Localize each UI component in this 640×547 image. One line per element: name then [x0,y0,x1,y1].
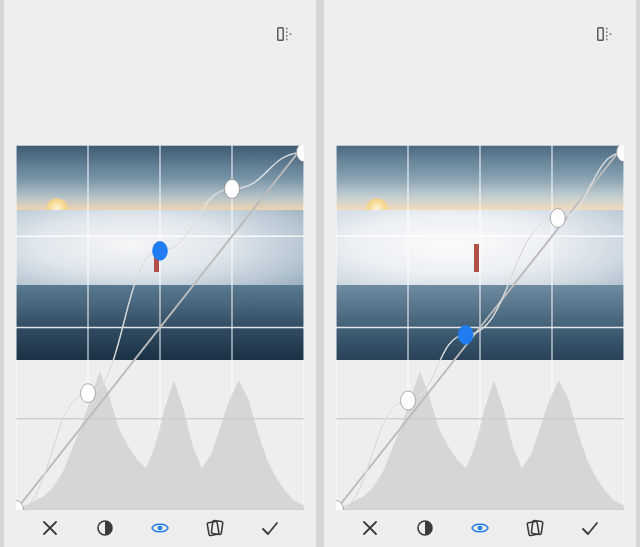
styles-button[interactable] [524,517,546,539]
compare-button[interactable] [596,25,614,43]
check-icon [580,518,600,538]
eye-icon [150,518,170,538]
curve-point-1[interactable] [81,384,96,403]
mirror-icon [276,25,294,43]
close-button[interactable] [359,517,381,539]
styles-icon [525,518,545,538]
editor-toolbar [324,510,636,545]
curve-point-4[interactable] [297,145,304,162]
mirror-icon [596,25,614,43]
comparison-page [0,0,640,547]
panel-topbar [324,0,636,60]
spacer [324,60,636,145]
contrast-icon [95,518,115,538]
compare-button[interactable] [276,25,294,43]
channel-button[interactable] [469,517,491,539]
styles-button[interactable] [204,517,226,539]
curve-point-3[interactable] [225,179,240,198]
panel-topbar [4,0,316,60]
curve-point-3[interactable] [550,209,565,228]
tone-curve[interactable] [336,145,624,510]
check-icon [260,518,280,538]
eye-icon [470,518,490,538]
close-button[interactable] [39,517,61,539]
tone-curve[interactable] [16,145,304,510]
contrast-button[interactable] [414,517,436,539]
spacer [4,60,316,145]
contrast-button[interactable] [94,517,116,539]
curve-point-2[interactable] [153,241,168,260]
close-icon [360,518,380,538]
curve-point-1[interactable] [401,391,416,410]
editor-panel-left [4,0,316,547]
curve-overlay [16,145,304,510]
curve-point-4[interactable] [617,145,624,162]
contrast-icon [415,518,435,538]
apply-button[interactable] [259,517,281,539]
close-icon [40,518,60,538]
curve-point-2[interactable] [458,325,473,344]
styles-icon [205,518,225,538]
curve-overlay [336,145,624,510]
apply-button[interactable] [579,517,601,539]
editor-panel-right [324,0,636,547]
channel-button[interactable] [149,517,171,539]
editor-toolbar [4,510,316,545]
